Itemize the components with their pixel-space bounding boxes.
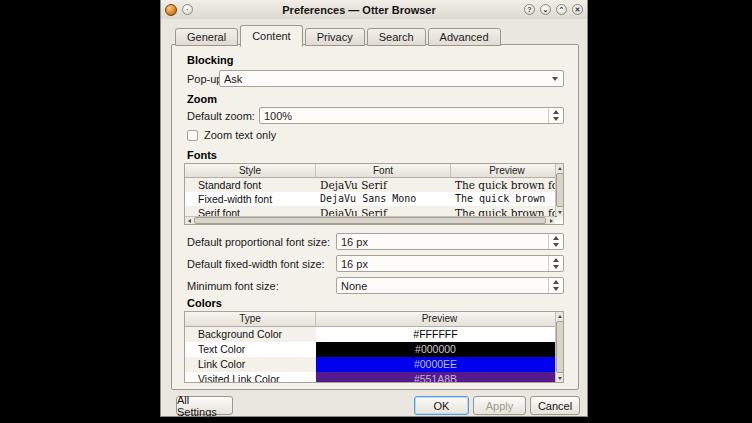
fonts-table-horizontal-scrollbar[interactable] [185,216,555,224]
fonts-col-preview[interactable]: Preview [451,164,563,177]
table-row-background-color[interactable]: Background Color #FFFFFF [185,327,563,342]
default-zoom-spinbox[interactable]: 100% [259,107,564,124]
spin-up-icon[interactable] [549,256,563,264]
color-preview-swatch: #551A8B [316,372,555,383]
colors-table-vertical-scrollbar[interactable] [555,312,563,382]
zoom-heading: Zoom [187,93,217,105]
spin-up-icon[interactable] [549,278,563,286]
table-row-visited-link-color[interactable]: Visited Link Color #551A8B [185,372,563,383]
fixed-width-font-size-label: Default fixed-width font size: [187,258,325,270]
shade-icon[interactable]: ⌄ [540,4,551,15]
scroll-right-icon[interactable] [547,217,555,225]
proportional-font-size-spinbox[interactable]: 16 px [336,233,564,250]
window-menu-button[interactable]: · [182,4,193,15]
default-zoom-label: Default zoom: [187,110,255,122]
fonts-table-header: Style Font Preview [185,164,563,178]
apply-button[interactable]: Apply [473,396,526,415]
fonts-table-vertical-scrollbar[interactable] [555,164,563,216]
tab-advanced[interactable]: Advanced [428,28,501,46]
spin-down-icon[interactable] [549,116,563,124]
default-zoom-value: 100% [260,110,548,122]
table-row-standard-font[interactable]: Standard font DejaVu Serif The quick bro… [185,178,563,192]
color-preview-swatch: #0000EE [316,357,555,372]
colors-table-header: Type Preview [185,312,563,327]
colors-col-type[interactable]: Type [185,312,316,326]
help-icon[interactable]: ? [524,4,535,15]
scroll-down-icon[interactable] [556,208,564,216]
proportional-font-size-label: Default proportional font size: [187,236,330,248]
otter-browser-app-icon [165,4,177,16]
minimum-font-size-spinbox[interactable]: None [336,277,564,294]
fixed-width-font-size-spinbox[interactable]: 16 px [336,255,564,272]
color-preview-swatch: #FFFFFF [316,327,555,342]
scrollbar-thumb[interactable] [556,321,564,373]
table-row-fixed-width-font[interactable]: Fixed-width font DejaVu Sans Mono The qu… [185,192,563,206]
tab-privacy[interactable]: Privacy [305,28,365,46]
scroll-left-icon[interactable] [185,217,193,225]
tab-search[interactable]: Search [367,28,426,46]
scroll-up-icon[interactable] [556,164,564,172]
spin-down-icon[interactable] [549,286,563,294]
spin-up-icon[interactable] [549,108,563,116]
scroll-up-icon[interactable] [556,312,564,320]
colors-table: Type Preview Background Color #FFFFFF Te… [184,311,564,383]
zoom-text-only-checkbox[interactable]: Zoom text only [187,129,276,141]
all-settings-button[interactable]: All Settings [176,396,233,415]
table-row-link-color[interactable]: Link Color #0000EE [185,357,563,372]
blocking-heading: Blocking [187,54,233,66]
spin-up-icon[interactable] [549,234,563,242]
checkbox-icon[interactable] [187,130,198,141]
fonts-col-style[interactable]: Style [185,164,316,177]
spin-down-icon[interactable] [549,242,563,250]
tab-content[interactable]: Content [240,25,303,47]
preferences-tabbar: General Content Privacy Search Advanced [175,24,503,46]
minimum-font-size-label: Minimum font size: [187,280,279,292]
colors-col-preview[interactable]: Preview [316,312,563,326]
close-icon[interactable]: ✕ [572,4,583,15]
colors-heading: Colors [187,297,222,309]
table-row-text-color[interactable]: Text Color #000000 [185,342,563,357]
content-tab-page: Blocking Pop-ups: Ask Zoom Default zoom:… [171,44,579,390]
scrollbar-thumb[interactable] [194,217,546,224]
chevron-down-icon [547,77,563,81]
maximize-icon[interactable]: ⌃ [556,4,567,15]
tab-general[interactable]: General [175,28,238,46]
preferences-dialog: · Preferences — Otter Browser ? ⌄ ⌃ ✕ Ge… [160,0,588,417]
scroll-down-icon[interactable] [556,374,564,382]
titlebar: · Preferences — Otter Browser ? ⌄ ⌃ ✕ [161,0,587,19]
fonts-col-font[interactable]: Font [316,164,451,177]
fonts-heading: Fonts [187,149,217,161]
popups-dropdown[interactable]: Ask [219,70,564,87]
window-title: Preferences — Otter Browser [201,4,517,16]
zoom-text-only-label: Zoom text only [204,129,276,141]
color-preview-swatch: #000000 [316,342,555,357]
cancel-button[interactable]: Cancel [530,396,580,415]
popups-dropdown-value: Ask [220,73,547,85]
fonts-table: Style Font Preview Standard font DejaVu … [184,163,564,225]
spin-down-icon[interactable] [549,264,563,272]
scrollbar-thumb[interactable] [556,173,564,207]
ok-button[interactable]: OK [414,396,469,415]
